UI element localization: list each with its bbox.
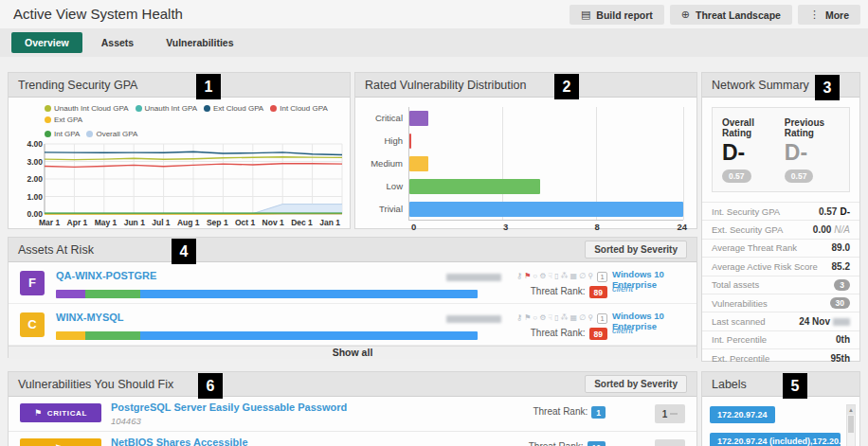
category-label: High [365,130,403,152]
asset-grade-badge: C [20,312,45,337]
x-tick-label: 24 [677,222,687,232]
bar-high[interactable] [409,134,411,149]
previous-rating-value: D- [785,140,840,166]
grid-icon: ▦ [570,312,578,324]
threat-landscape-button[interactable]: ⊕ Threat Landscape [670,5,792,25]
legend-item: Int Cloud GPA [270,104,328,113]
vulnerability-row: ⚑ NetBIOS Shares Accessible Threat Rank:… [9,432,696,446]
vulns-sort-button[interactable]: Sorted by Severity [585,375,687,393]
flag-icon: ⚑ [34,408,43,418]
severity-badge: ⚑ CRITICAL [20,403,101,422]
scroll-up-icon[interactable]: ▲ [847,405,855,415]
flag-icon: ⚑ [524,312,531,324]
y-tick-label: 3.00 [14,158,43,166]
distribution-categories: CriticalHighMediumLowTrivial [365,107,408,221]
redacted-ip [446,274,501,281]
summary-value: 30 [830,297,850,309]
summary-value: 95th [830,353,850,364]
bar-segment [56,290,85,298]
summary-label: Int. Percentile [712,334,767,345]
vulnerability-row: ⚑ CRITICAL PostgreSQL Server Easily Gues… [9,397,696,432]
tab-strip: Overview Assets Vulnerabilities [0,28,868,57]
circle-icon: ○ [533,312,537,324]
empty-set-icon: ∅ [579,312,586,324]
summary-label: Int. Security GPA [712,206,780,217]
more-button[interactable]: ⋮ More [798,5,860,25]
asset-threat-rank: Threat Rank:89 [425,286,607,296]
vulnerability-id: 104463 [111,416,141,426]
more-label: More [825,9,849,21]
x-tick-label: Jul 1 [152,218,170,227]
affected-assets-expander[interactable] [655,439,685,446]
scrollbar-thumb[interactable] [848,416,854,433]
gridline [683,107,684,220]
page-title: Active View System Health [13,0,183,28]
summary-value: 24 Nov [799,316,850,327]
gear-icon: ⚙ [539,312,546,324]
kebab-icon: ⋮ [809,9,820,21]
gpa-y-axis: 4.003.002.001.000.00 [14,140,43,218]
key-icon: ⚷ [516,271,522,282]
count-pill: 30 [830,297,850,309]
panel-vulnerability-distribution: Rated Vulnerability Distribution Critica… [354,72,697,229]
vulnerability-title-link[interactable]: PostgreSQL Server Easily Guessable Passw… [111,401,347,413]
asset-row: F QA-WINX-POSTGRE ⚷ ⚑ ○ ⚙ ☟ ▯ ⁂ ▦ ∅ ⚲ 1 … [9,262,696,304]
summary-row: Ext. Percentile95th [702,348,859,366]
asset-type-link[interactable]: client [612,283,633,294]
summary-label: Vulnerabilities [712,298,768,309]
labels-scrollbar[interactable]: ▲ [846,404,856,446]
summary-value: 0.00N/A [813,224,850,235]
asset-name-link[interactable]: WINX-MYSQL [56,312,124,323]
legend-item: Unauth Int GPA [136,104,197,113]
summary-row: Int. Percentile0th [702,330,859,348]
x-tick-label: May 1 [95,218,118,227]
overall-rating-score: 0.57 [722,169,751,183]
asset-severity-bar [56,331,478,340]
vulnerability-title-link[interactable]: NetBIOS Shares Accessible [111,437,248,446]
bar-critical[interactable] [409,111,428,126]
x-tick-label: Dec 1 [291,218,313,227]
tab-overview[interactable]: Overview [11,32,82,53]
asset-name-link[interactable]: QA-WINX-POSTGRE [56,270,156,281]
tab-assets[interactable]: Assets [88,32,147,53]
bar-trivial[interactable] [409,202,683,217]
y-tick-label: 2.00 [14,175,43,183]
annotation-marker-6: 6 [198,373,223,399]
legend-dot [45,131,51,137]
summary-label: Ext. Security GPA [712,224,783,235]
summary-value: 89.0 [832,242,850,253]
legend-dot [86,131,93,137]
threat-rank-label: Threat Rank: [531,328,586,338]
bar-medium[interactable] [409,156,428,171]
gpa-x-axis: Mar 1Apr 1May 1Jun 1Jul 1Aug 1Sep 1Oct 1… [39,218,340,227]
tab-vulnerabilities[interactable]: Vulnerabilities [153,32,246,53]
panel-assets-at-risk: Assets At Risk Sorted by Severity F QA-W… [8,237,697,358]
category-label: Trivial [365,198,403,221]
panel-trending-title: Trending Security GPA [18,79,137,92]
build-report-button[interactable]: ▤ Build report [570,5,664,25]
summary-row: Total assets3 [702,276,859,294]
annotation-marker-1: 1 [196,74,221,99]
panel-labels: Labels 172.20.97.24172.20.97.24 (include… [701,371,860,446]
bar-low[interactable] [409,179,540,194]
affected-assets-expander[interactable]: 1 [655,404,685,423]
key-icon: ⚷ [516,312,522,324]
x-tick-label: Oct 1 [235,218,255,227]
summary-label: Average Active Risk Score [712,261,818,272]
legend-dot [45,105,51,112]
top-bar: Active View System Health ▤ Build report… [0,0,868,28]
summary-label: Total assets [712,279,759,290]
x-tick-label: Mar 1 [39,218,60,227]
asset-type-link[interactable]: client [612,325,633,335]
legend-item: Int GPA [45,130,80,138]
label-pill[interactable]: 172.20.97.24 (included),172.20.97.2... [710,433,841,446]
thumbs-down-icon: ☟ [548,312,552,324]
gear-icon: ⚙ [539,271,546,282]
panel-trending-security-gpa: Trending Security GPA Unauth Int Cloud G… [8,72,351,229]
show-all-button[interactable]: Show all [9,346,696,359]
labels-list: 172.20.97.24172.20.97.24 (included),172.… [702,397,859,446]
assets-sort-button[interactable]: Sorted by Severity [585,241,687,259]
label-pill[interactable]: 172.20.97.24 [710,406,775,423]
x-tick-label: Sep 1 [207,218,228,227]
probe-icon: ⚲ [588,312,593,324]
